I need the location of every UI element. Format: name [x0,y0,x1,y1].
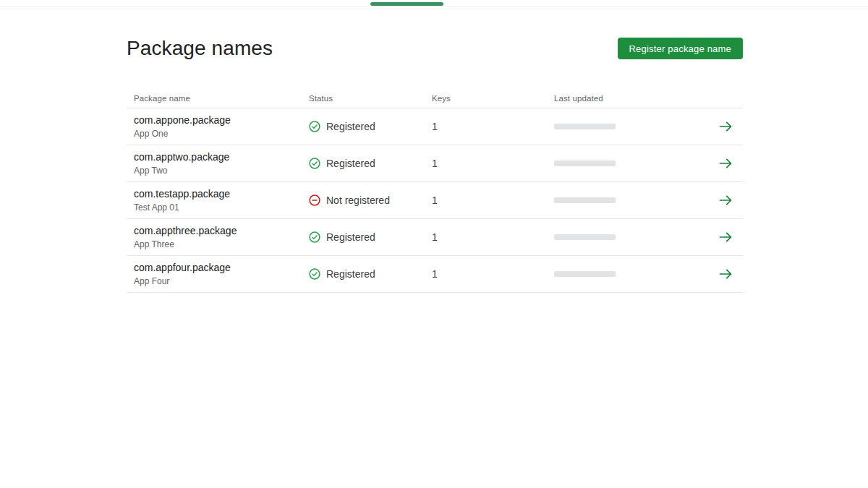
status-label: Registered [326,121,375,132]
loading-placeholder-bar [554,124,616,129]
keys-count: 1 [432,268,554,280]
row-action-cell[interactable] [719,268,733,280]
page-header: Package names Register package name [127,36,743,61]
column-header-keys: Keys [432,94,554,103]
table-body: com.appone.package App One Registered 1 … [127,108,743,293]
check-circle-icon [309,231,320,243]
package-cell: com.appfour.package App Four [134,261,309,287]
row-action-cell[interactable] [719,231,733,243]
column-header-last-updated: Last updated [554,94,704,103]
app-name: App Two [134,166,309,176]
loading-placeholder-bar [554,197,616,203]
app-name: App Three [134,239,309,250]
keys-count: 1 [432,231,554,243]
row-action-cell[interactable] [719,194,733,206]
table-row[interactable]: com.appfour.package App Four Registered … [127,256,743,293]
active-tab-indicator [370,2,443,6]
status-cell: Registered [309,231,432,243]
package-name: com.apptwo.package [134,150,309,163]
check-circle-icon [309,121,320,132]
arrow-right-icon[interactable] [719,158,733,169]
page-title: Package names [127,36,273,61]
app-name: App One [134,129,309,140]
package-cell: com.testapp.package Test App 01 [134,187,309,213]
column-header-status: Status [309,94,432,103]
loading-placeholder-bar [554,160,616,166]
status-label: Registered [326,231,375,243]
status-cell: Registered [309,121,432,132]
last-updated-cell [554,124,704,129]
arrow-right-icon[interactable] [719,231,733,243]
package-cell: com.appthree.package App Three [134,224,309,250]
status-cell: Registered [309,268,432,280]
package-name: com.appfour.package [134,261,309,274]
package-name: com.appone.package [134,114,309,127]
status-cell: Not registered [309,194,432,206]
status-label: Registered [326,158,375,169]
loading-placeholder-bar [554,271,616,277]
last-updated-cell [554,160,704,166]
package-name: com.testapp.package [134,187,309,200]
keys-count: 1 [432,158,554,169]
status-label: Not registered [326,194,390,206]
package-names-table: Package name Status Keys Last updated co… [127,88,743,293]
minus-circle-icon [309,194,320,206]
column-header-package-name: Package name [134,94,309,103]
main-content: Package names Register package name Pack… [127,36,743,293]
last-updated-cell [554,271,704,277]
register-package-name-button[interactable]: Register package name [618,38,744,59]
package-cell: com.appone.package App One [134,114,309,140]
table-row[interactable]: com.appthree.package App Three Registere… [127,219,743,256]
table-row[interactable]: com.appone.package App One Registered 1 [127,108,743,145]
arrow-right-icon[interactable] [719,121,733,132]
last-updated-cell [554,234,704,240]
check-circle-icon [309,158,320,169]
table-header-row: Package name Status Keys Last updated [127,88,743,108]
package-name: com.appthree.package [134,224,309,237]
arrow-right-icon[interactable] [719,194,733,206]
loading-placeholder-bar [554,234,616,240]
status-label: Registered [326,268,375,280]
app-name: Test App 01 [134,202,309,213]
keys-count: 1 [432,194,554,206]
package-cell: com.apptwo.package App Two [134,150,309,176]
check-circle-icon [309,268,320,280]
app-name: App Four [134,276,309,287]
status-cell: Registered [309,158,432,169]
table-row[interactable]: com.testapp.package Test App 01 Not regi… [127,182,743,219]
row-action-cell[interactable] [719,158,733,169]
last-updated-cell [554,197,704,203]
table-row[interactable]: com.apptwo.package App Two Registered 1 [127,145,743,182]
arrow-right-icon[interactable] [719,268,733,280]
row-action-cell[interactable] [719,121,733,132]
tab-bar [0,0,868,7]
keys-count: 1 [432,121,554,132]
